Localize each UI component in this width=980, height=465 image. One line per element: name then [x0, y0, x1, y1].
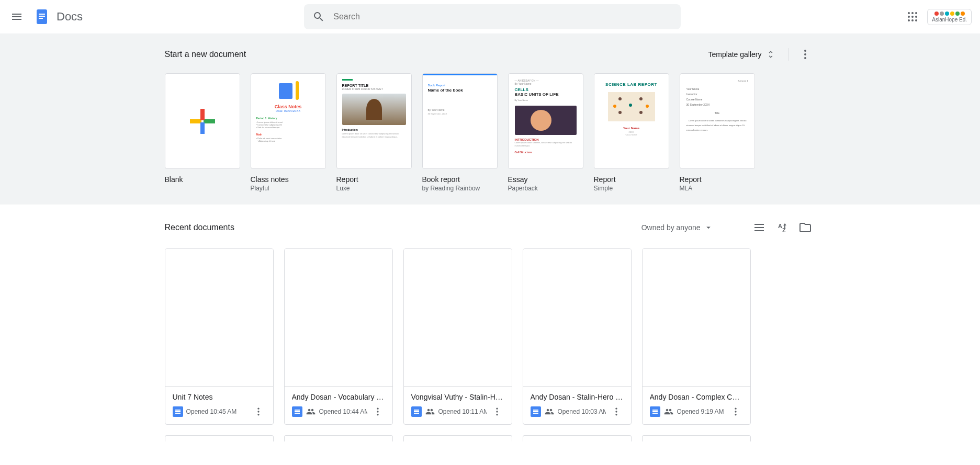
search-input[interactable]	[329, 12, 677, 21]
doc-opened-time: Opened 9:19 AM	[677, 408, 725, 415]
doc-opened-time: Opened 10:45 AM	[186, 408, 248, 415]
doc-more-button[interactable]	[251, 404, 266, 419]
svg-point-7	[908, 16, 910, 18]
doc-meta: Andy Dosan - Complex C…Opened 9:19 AM	[643, 387, 750, 424]
doc-card[interactable]: Vongvisal Vuthy - Stalin-H…Opened 10:11 …	[403, 248, 512, 425]
template-name: Essay	[508, 175, 583, 184]
logo-area[interactable]: Docs	[31, 6, 83, 27]
svg-point-31	[735, 411, 736, 412]
template-essay-paperback[interactable]: — AN ESSAY ON —By Your NameCELLSBASIC UN…	[508, 73, 583, 192]
header: Docs AsianHope Ed.	[0, 0, 980, 33]
search-wrap	[83, 4, 902, 29]
svg-point-26	[496, 414, 498, 415]
more-vert-icon	[611, 406, 622, 417]
docs-file-icon	[292, 406, 302, 417]
doc-more-button[interactable]	[490, 404, 504, 419]
main-menu-button[interactable]	[4, 4, 29, 29]
doc-thumbnail	[165, 249, 273, 387]
docs-file-icon	[531, 406, 541, 417]
template-sub: Paperback	[508, 185, 583, 192]
template-report-luxe[interactable]: REPORT TITLELOREM IPSUM DOLOR SIT AMETIn…	[336, 73, 412, 192]
search-icon	[308, 6, 329, 27]
svg-point-29	[615, 414, 617, 415]
svg-rect-3	[39, 18, 43, 19]
account-label: AsianHope Ed.	[932, 17, 967, 22]
template-sub: MLA	[680, 185, 755, 192]
shared-icon	[425, 406, 435, 417]
svg-point-12	[915, 19, 917, 21]
svg-point-4	[908, 12, 910, 14]
template-sub: Luxe	[336, 185, 412, 192]
shared-icon	[663, 406, 674, 417]
svg-point-27	[615, 408, 617, 410]
template-gallery-button[interactable]: Template gallery	[702, 46, 782, 63]
doc-more-button[interactable]	[370, 404, 385, 419]
template-book-report[interactable]: Book ReportName of the bookBy Your Name3…	[422, 73, 498, 192]
doc-card-partial[interactable]	[523, 435, 632, 441]
doc-opened-time: Opened 10:03 AM	[558, 408, 606, 415]
hamburger-icon	[10, 10, 23, 23]
svg-point-5	[911, 12, 914, 14]
owner-filter-dropdown[interactable]: Owned by anyone	[637, 219, 717, 236]
search-box[interactable]	[304, 4, 681, 29]
template-more-button[interactable]	[795, 44, 816, 65]
template-report-simple[interactable]: SCIENCE LAB REPORTYour Name20XXClass Nam…	[594, 73, 669, 192]
recent-header: Recent documents Owned by anyone AZ	[165, 215, 816, 240]
doc-thumbnail	[285, 249, 392, 387]
template-sub: Simple	[594, 185, 669, 192]
docs-logo-icon	[31, 6, 52, 27]
template-name: Class notes	[251, 175, 326, 184]
doc-meta: Unit 7 NotesOpened 10:45 AM	[165, 387, 273, 424]
svg-point-10	[908, 19, 910, 21]
template-name: Blank	[165, 175, 240, 184]
unfold-icon	[766, 50, 775, 59]
doc-meta: Andy Dosan - Stalin-Hero …Opened 10:03 A…	[523, 387, 631, 424]
template-class-notes[interactable]: Class NotesDate: 09/04/20XXPeriod 1: His…	[251, 73, 326, 192]
doc-opened-time: Opened 10:11 AM	[438, 408, 487, 415]
svg-point-22	[377, 411, 378, 412]
doc-card[interactable]: Andy Dosan - Complex C…Opened 9:19 AM	[642, 248, 751, 425]
template-blank[interactable]: Blank	[165, 73, 240, 192]
open-file-picker-button[interactable]	[795, 217, 816, 238]
account-badge[interactable]: AsianHope Ed.	[927, 9, 972, 25]
sort-button[interactable]: AZ	[772, 217, 793, 238]
docs-file-icon	[173, 406, 183, 417]
more-vert-icon	[730, 406, 741, 417]
doc-thumbnail	[643, 249, 750, 387]
doc-more-button[interactable]	[728, 404, 743, 419]
doc-card-partial[interactable]	[284, 435, 393, 441]
svg-point-8	[911, 16, 914, 18]
svg-point-19	[257, 411, 259, 412]
shared-icon	[306, 406, 316, 417]
doc-grid-next-row	[165, 435, 816, 441]
doc-thumbnail	[404, 249, 512, 387]
owner-filter-label: Owned by anyone	[641, 223, 701, 232]
doc-thumbnail	[523, 249, 631, 387]
doc-opened-time: Opened 10:44 AM	[319, 408, 367, 415]
doc-grid: Unit 7 NotesOpened 10:45 AMAndy Dosan - …	[165, 248, 816, 425]
badge-dots-icon	[932, 12, 967, 16]
template-name: Book report	[422, 175, 498, 184]
doc-card-partial[interactable]	[165, 435, 274, 441]
svg-point-32	[735, 414, 736, 415]
svg-point-30	[735, 408, 736, 410]
doc-card[interactable]: Andy Dosan - Vocabulary …Opened 10:44 AM	[284, 248, 393, 425]
template-gallery-label: Template gallery	[708, 50, 762, 59]
doc-name: Unit 7 Notes	[173, 393, 266, 401]
docs-file-icon	[411, 406, 422, 417]
svg-point-15	[804, 57, 806, 59]
doc-card-partial[interactable]	[642, 435, 751, 441]
doc-card-partial[interactable]	[403, 435, 512, 441]
dropdown-arrow-icon	[704, 223, 713, 232]
list-view-button[interactable]	[749, 217, 770, 238]
header-right: AsianHope Ed.	[902, 6, 976, 27]
doc-more-button[interactable]	[609, 404, 624, 419]
template-report-mla[interactable]: Surname 1Your NameInstructorCourse Name3…	[680, 73, 755, 192]
doc-card[interactable]: Andy Dosan - Stalin-Hero …Opened 10:03 A…	[523, 248, 632, 425]
svg-point-23	[377, 414, 378, 415]
svg-text:A: A	[778, 223, 782, 229]
svg-point-14	[804, 53, 806, 55]
google-apps-button[interactable]	[902, 6, 923, 27]
doc-card[interactable]: Unit 7 NotesOpened 10:45 AM	[165, 248, 274, 425]
doc-meta: Vongvisal Vuthy - Stalin-H…Opened 10:11 …	[404, 387, 512, 424]
